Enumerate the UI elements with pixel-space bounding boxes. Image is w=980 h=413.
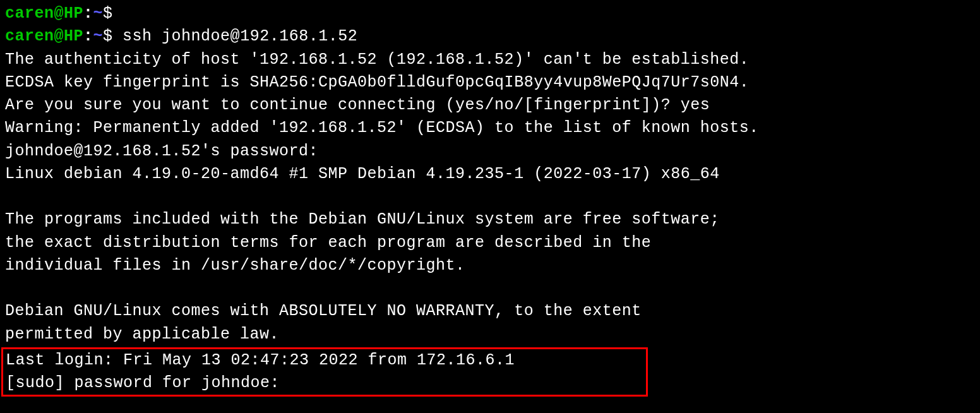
motd-line-2: the exact distribution terms for each pr…: [5, 232, 975, 254]
prompt-user: caren: [5, 27, 54, 45]
blank-line: [5, 186, 975, 208]
prompt-host: HP: [64, 27, 83, 45]
prompt-at: @: [54, 4, 64, 23]
prompt-colon: :: [83, 4, 93, 23]
prompt-path: ~: [93, 4, 104, 23]
prompt-path: ~: [93, 27, 104, 45]
blank-line: [5, 277, 975, 300]
sudo-password-prompt[interactable]: [sudo] password for johndoe:: [6, 372, 643, 395]
prompt-symbol: $: [103, 4, 113, 23]
prompt-user: caren: [5, 4, 54, 23]
system-info: Linux debian 4.19.0-20-amd64 #1 SMP Debi…: [5, 163, 975, 186]
ssh-authenticity-warning: The authenticity of host '192.168.1.52 (…: [5, 49, 975, 71]
prompt-colon: :: [83, 27, 93, 45]
ssh-added-warning: Warning: Permanently added '192.168.1.52…: [5, 117, 975, 140]
ssh-password-prompt[interactable]: johndoe@192.168.1.52's password:: [5, 140, 975, 163]
motd-line-3: individual files in /usr/share/doc/*/cop…: [5, 254, 975, 277]
command-input[interactable]: ssh johndoe@192.168.1.52: [113, 27, 358, 45]
warranty-line-1: Debian GNU/Linux comes with ABSOLUTELY N…: [5, 300, 975, 323]
prompt-at: @: [54, 27, 64, 45]
last-login: Last login: Fri May 13 02:47:23 2022 fro…: [6, 349, 643, 372]
prompt-symbol: $: [103, 27, 113, 45]
warranty-line-2: permitted by applicable law.: [5, 323, 975, 346]
ssh-fingerprint: ECDSA key fingerprint is SHA256:CpGA0b0f…: [5, 71, 975, 94]
motd-line-1: The programs included with the Debian GN…: [5, 208, 975, 231]
prompt-host: HP: [64, 4, 83, 23]
prompt-line-1: caren@HP:~$: [5, 3, 975, 25]
ssh-confirm-prompt[interactable]: Are you sure you want to continue connec…: [5, 94, 975, 117]
highlighted-region: Last login: Fri May 13 02:47:23 2022 fro…: [1, 347, 648, 397]
prompt-line-2: caren@HP:~$ ssh johndoe@192.168.1.52: [5, 25, 975, 48]
